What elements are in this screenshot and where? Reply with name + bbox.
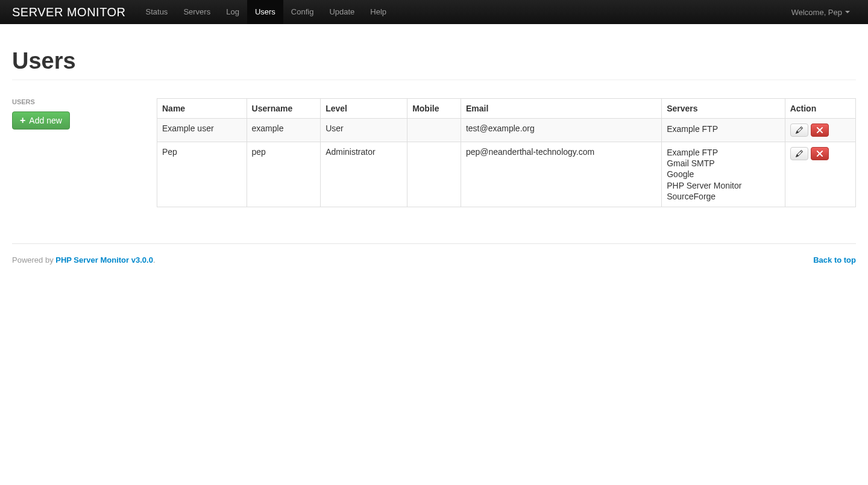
cell-username: example (247, 119, 321, 142)
th-name: Name (157, 99, 247, 119)
cell-mobile (407, 142, 461, 207)
footer-right: Back to top (813, 255, 856, 264)
main-container: Users USERS + Add new Name Username Leve… (0, 24, 868, 219)
close-icon (816, 127, 823, 134)
table-row: Pep pep Administrator pep@neanderthal-te… (157, 142, 856, 207)
server-item: Gmail SMTP (667, 158, 779, 169)
cell-email: test@example.org (461, 119, 661, 142)
footer-period: . (153, 255, 156, 264)
cell-action (785, 142, 855, 207)
page-title: Users (12, 48, 856, 74)
edit-button[interactable] (790, 124, 808, 137)
th-username: Username (247, 99, 321, 119)
add-new-label: Add new (29, 116, 61, 125)
table-header-row: Name Username Level Mobile Email Servers… (157, 99, 856, 119)
content-row: USERS + Add new Name Username Level Mobi… (12, 98, 856, 207)
cell-servers: Example FTP Gmail SMTP Google PHP Server… (662, 142, 785, 207)
th-mobile: Mobile (407, 99, 461, 119)
nav-item-users[interactable]: Users (247, 0, 283, 24)
cell-level: Administrator (321, 142, 407, 207)
nav-link-config[interactable]: Config (283, 0, 322, 24)
main-content: Name Username Level Mobile Email Servers… (157, 98, 856, 207)
table-row: Example user example User test@example.o… (157, 119, 856, 142)
chevron-down-icon (845, 11, 850, 13)
cell-action (785, 119, 855, 142)
nav-link-status[interactable]: Status (138, 0, 176, 24)
powered-by-link[interactable]: PHP Server Monitor v3.0.0 (55, 255, 153, 264)
cell-email: pep@neanderthal-technology.com (461, 142, 661, 207)
pencil-icon (796, 150, 803, 157)
nav-item-update[interactable]: Update (321, 0, 362, 24)
cell-mobile (407, 119, 461, 142)
brand-link[interactable]: SERVER MONITOR (12, 5, 126, 19)
nav-item-help[interactable]: Help (362, 0, 394, 24)
cell-level: User (321, 119, 407, 142)
nav-link-servers[interactable]: Servers (175, 0, 218, 24)
nav-item-servers[interactable]: Servers (175, 0, 218, 24)
nav-menu: Status Servers Log Users Config Update H… (138, 0, 785, 24)
top-navbar: SERVER MONITOR Status Servers Log Users … (0, 0, 868, 24)
user-dropdown[interactable]: Welcome, Pep (785, 8, 856, 17)
th-email: Email (461, 99, 661, 119)
server-item: SourceForge (667, 191, 779, 202)
edit-button[interactable] (790, 147, 808, 160)
server-item: Google (667, 169, 779, 180)
th-action: Action (785, 99, 855, 119)
cell-servers: Example FTP (662, 119, 785, 142)
pencil-icon (796, 127, 803, 134)
footer: Powered by PHP Server Monitor v3.0.0. Ba… (12, 243, 856, 264)
plus-icon: + (20, 116, 25, 125)
nav-link-log[interactable]: Log (218, 0, 247, 24)
powered-by-prefix: Powered by (12, 255, 55, 264)
server-item: Example FTP (667, 124, 779, 134)
th-level: Level (321, 99, 407, 119)
welcome-text: Welcome, Pep (791, 8, 842, 17)
delete-button[interactable] (811, 147, 829, 160)
nav-item-status[interactable]: Status (138, 0, 176, 24)
cell-name: Example user (157, 119, 247, 142)
users-table: Name Username Level Mobile Email Servers… (157, 98, 856, 207)
nav-link-update[interactable]: Update (321, 0, 362, 24)
nav-item-log[interactable]: Log (218, 0, 247, 24)
navbar-user-area: Welcome, Pep (785, 8, 856, 17)
cell-username: pep (247, 142, 321, 207)
close-icon (816, 150, 823, 157)
nav-item-config[interactable]: Config (283, 0, 322, 24)
server-item: PHP Server Monitor (667, 180, 779, 191)
delete-button[interactable] (811, 124, 829, 137)
footer-left: Powered by PHP Server Monitor v3.0.0. (12, 255, 156, 264)
nav-link-help[interactable]: Help (362, 0, 394, 24)
th-servers: Servers (662, 99, 785, 119)
add-new-button[interactable]: + Add new (12, 111, 70, 130)
page-header: Users (12, 48, 856, 80)
cell-name: Pep (157, 142, 247, 207)
server-item: Example FTP (667, 147, 779, 158)
sidebar: USERS + Add new (12, 98, 157, 207)
back-to-top-link[interactable]: Back to top (813, 255, 856, 264)
nav-link-users[interactable]: Users (247, 0, 283, 24)
sidebar-heading: USERS (12, 98, 145, 105)
